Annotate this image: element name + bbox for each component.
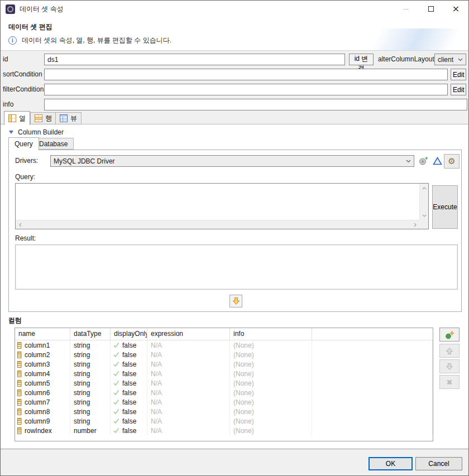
add-column-button[interactable]	[439, 328, 460, 342]
cell-info: (None)	[233, 408, 254, 416]
tab-columns[interactable]: 열	[4, 111, 30, 125]
ok-button[interactable]: OK	[368, 457, 413, 470]
filter-edit-button[interactable]: Edit	[451, 84, 466, 95]
execute-button[interactable]: Execute	[432, 185, 458, 229]
tab-query[interactable]: Query	[8, 137, 39, 150]
cell-info: (None)	[233, 427, 254, 435]
cell-info: (None)	[233, 389, 254, 397]
chevron-down-icon	[458, 58, 463, 61]
columns-tab-icon	[8, 114, 16, 122]
scroll-right-icon[interactable]	[410, 220, 419, 229]
cell-name-text: column7	[25, 398, 50, 406]
cancel-button[interactable]: Cancel	[415, 457, 462, 470]
query-horizontal-scrollbar[interactable]	[16, 220, 419, 229]
scroll-down-icon[interactable]	[420, 211, 429, 220]
cell-name-text: column8	[25, 408, 50, 416]
page-title: 데이터 셋 편집	[8, 22, 52, 32]
close-icon: ×	[452, 4, 460, 13]
tab-columns-label: 열	[19, 114, 26, 123]
header-blank	[312, 328, 433, 340]
header-datatype[interactable]: dataType	[70, 328, 111, 340]
cell-expression: N/A	[151, 408, 162, 416]
check-icon	[113, 361, 119, 367]
check-icon	[113, 399, 119, 405]
column-field-icon	[17, 408, 22, 415]
button-bar: OK Cancel	[1, 449, 468, 475]
table-row[interactable]: rowIndex number false N/A (None)	[15, 426, 433, 435]
check-icon	[113, 371, 119, 377]
tab-database-label: Database	[39, 140, 68, 148]
delta-button[interactable]	[433, 157, 442, 165]
header-displayonly[interactable]: displayOnly	[111, 328, 147, 340]
sort-condition-input[interactable]	[44, 69, 448, 80]
add-driver-icon	[418, 156, 428, 166]
table-row[interactable]: column9 string false N/A (None)	[15, 416, 433, 426]
cell-displayonly-text: false	[122, 389, 136, 397]
sort-edit-button[interactable]: Edit	[451, 69, 466, 80]
cell-displayonly-text: false	[122, 417, 136, 425]
table-row[interactable]: column4 string false N/A (None)	[15, 369, 433, 378]
check-icon	[113, 380, 119, 386]
cell-expression: N/A	[151, 417, 162, 425]
header-name[interactable]: name	[15, 328, 70, 340]
tab-database[interactable]: Database	[33, 138, 74, 150]
scroll-up-icon[interactable]	[420, 184, 429, 193]
maximize-button[interactable]	[418, 1, 443, 17]
table-row[interactable]: column3 string false N/A (None)	[15, 359, 433, 369]
column-field-icon	[17, 390, 22, 396]
add-driver-button[interactable]	[418, 156, 428, 166]
table-row[interactable]: column5 string false N/A (None)	[15, 378, 433, 388]
filter-condition-label: filterCondition	[3, 84, 44, 95]
minimize-icon	[403, 9, 409, 9]
table-row[interactable]: column1 string false N/A (None)	[15, 340, 433, 350]
drivers-select[interactable]: MySQL JDBC Driver	[50, 155, 414, 167]
columns-section-title: 컬럼	[8, 316, 22, 325]
cell-datatype: string	[74, 370, 90, 378]
column-field-icon	[17, 361, 22, 368]
scrollbar-corner	[419, 220, 428, 229]
info-label: info	[3, 99, 13, 110]
tab-views[interactable]: 뷰	[55, 112, 82, 124]
column-builder-title: Column Builder	[18, 128, 64, 136]
driver-settings-button[interactable]: ⚙	[444, 154, 460, 169]
alter-column-layout-select[interactable]: client	[434, 54, 466, 65]
alter-column-layout-label: alterColumnLayout	[378, 54, 434, 65]
gear-icon: ⚙	[448, 157, 455, 166]
maximize-icon	[428, 6, 434, 12]
table-row[interactable]: column8 string false N/A (None)	[15, 407, 433, 416]
cell-name-text: column2	[25, 351, 50, 359]
table-row[interactable]: column6 string false N/A (None)	[15, 388, 433, 397]
tab-rows[interactable]: 행	[30, 112, 56, 124]
filter-condition-input[interactable]	[44, 84, 448, 95]
table-row[interactable]: column7 string false N/A (None)	[15, 397, 433, 407]
cell-datatype: string	[74, 408, 90, 416]
id-change-button[interactable]: id 변경	[349, 54, 374, 65]
cell-name-text: column5	[25, 379, 50, 387]
info-input[interactable]	[44, 99, 467, 110]
header-info[interactable]: info	[230, 328, 312, 340]
column-builder-header[interactable]: Column Builder	[9, 128, 64, 136]
header-expression[interactable]: expression	[147, 328, 230, 340]
close-button[interactable]: ×	[443, 1, 468, 17]
move-up-icon	[446, 347, 453, 355]
cell-info: (None)	[233, 351, 254, 359]
cell-name-text: column3	[25, 360, 50, 368]
table-row[interactable]: column2 string false N/A (None)	[15, 350, 433, 359]
move-result-to-columns-button[interactable]	[229, 295, 242, 307]
tab-query-label: Query	[15, 140, 33, 148]
alter-column-layout-value: client	[438, 56, 456, 64]
query-input[interactable]	[15, 183, 429, 229]
query-vertical-scrollbar[interactable]	[419, 184, 428, 220]
id-input[interactable]	[44, 54, 345, 65]
id-label: id	[3, 54, 8, 65]
cell-info: (None)	[233, 342, 254, 349]
check-icon	[113, 408, 119, 415]
sort-condition-label: sortCondition	[3, 69, 42, 80]
app-icon	[6, 4, 15, 14]
move-result-down-icon	[232, 297, 240, 305]
column-field-icon	[17, 371, 22, 377]
result-area[interactable]	[15, 244, 458, 290]
scroll-left-icon[interactable]	[16, 220, 25, 229]
cell-datatype: string	[74, 398, 90, 406]
cell-name-text: column6	[25, 389, 50, 397]
